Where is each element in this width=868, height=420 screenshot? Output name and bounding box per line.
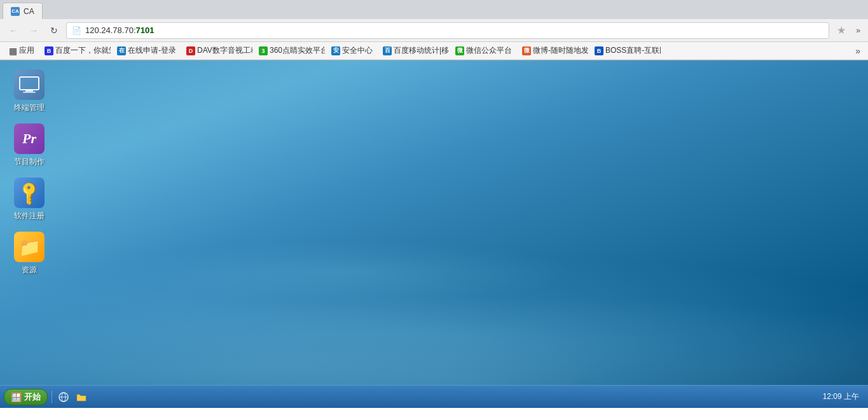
folder-taskbar-icon xyxy=(76,392,86,402)
taskbar-clock: 12:09 上午 xyxy=(823,391,864,402)
bookmark-apps[interactable]: ▦ 应用 xyxy=(5,44,38,57)
bookmark-weibo[interactable]: 微 微博-随时随地发现... xyxy=(518,44,588,57)
forward-button[interactable]: → xyxy=(25,22,42,39)
bookmark-wechat[interactable]: 微 微信公众平台 xyxy=(451,44,516,57)
wechat-label: 微信公众平台 xyxy=(466,45,512,56)
softkey-icon-item[interactable]: 🔑 软件注册 xyxy=(6,175,52,224)
browser-chrome: CA CA ← → ↻ 📄 120.24.78.70:7101 ★ » ▦ 应用… xyxy=(0,0,868,60)
bookmark-online[interactable]: 在 在线申请-登录 xyxy=(113,44,180,57)
folder-icon-image: 📁 xyxy=(14,232,45,262)
tab-label: CA xyxy=(24,7,34,16)
bookmark-boss[interactable]: B BOSS直聘-互联网... xyxy=(591,44,661,57)
dav-label: DAV数字音视工程... xyxy=(197,45,252,56)
start-icon: 🪟 xyxy=(11,392,22,402)
address-port: 7101 xyxy=(136,25,155,35)
pr-text: Pr xyxy=(22,130,36,147)
key-icon-shape: 🔑 xyxy=(15,179,44,207)
bookmark-dav[interactable]: D DAV数字音视工程... xyxy=(183,44,252,57)
tab-bar: CA CA xyxy=(0,0,868,19)
360-label: 360点睛实效平台 xyxy=(270,45,325,56)
folder-icon-shape: 📁 xyxy=(18,237,41,258)
tab-favicon: CA xyxy=(11,7,20,16)
terminal-icon-item[interactable]: 终端管理 xyxy=(6,67,52,116)
taskbar-quick-ie[interactable] xyxy=(56,389,71,405)
nav-bar: ← → ↻ 📄 120.24.78.70:7101 ★ » xyxy=(0,19,868,42)
taskbar-separator-1 xyxy=(52,391,52,403)
online-label: 在线申请-登录 xyxy=(128,45,176,56)
dav-favicon: D xyxy=(186,46,195,55)
taskbar: 🪟 开始 12:09 上午 xyxy=(0,385,868,408)
bookmark-mobile[interactable]: 百 百度移动统计|移动... xyxy=(379,44,449,57)
svg-rect-3 xyxy=(23,92,36,93)
weibo-label: 微博-随时随地发现... xyxy=(533,45,588,56)
back-button[interactable]: ← xyxy=(5,22,22,39)
weibo-favicon: 微 xyxy=(522,46,531,55)
apps-label: 应用 xyxy=(19,45,34,56)
desktop: 终端管理 Pr 节目制作 🔑 软件注册 📁 资源 xyxy=(0,60,868,385)
premiere-icon-label: 节目制作 xyxy=(14,157,45,167)
address-icon: 📄 xyxy=(72,26,81,35)
wechat-favicon: 微 xyxy=(455,46,464,55)
ie-icon xyxy=(58,391,69,403)
svg-rect-2 xyxy=(25,90,33,92)
baidu-label: 百度一下，你就知道 xyxy=(55,45,111,56)
start-label: 开始 xyxy=(24,391,41,403)
online-favicon: 在 xyxy=(117,46,126,55)
bookmark-360[interactable]: 3 360点睛实效平台 xyxy=(255,44,325,57)
resource-icon-item[interactable]: 📁 资源 xyxy=(6,229,52,278)
key-icon-image: 🔑 xyxy=(14,178,45,208)
premiere-icon-image: Pr xyxy=(14,123,45,154)
svg-rect-1 xyxy=(20,78,38,89)
softkey-icon-label: 软件注册 xyxy=(14,211,45,221)
bookmark-baidu[interactable]: B 百度一下，你就知道 xyxy=(41,44,111,57)
baidu-favicon: B xyxy=(45,46,53,55)
resource-icon-label: 资源 xyxy=(22,265,37,276)
desktop-icons: 终端管理 Pr 节目制作 🔑 软件注册 📁 资源 xyxy=(6,67,52,278)
safe-favicon: 安 xyxy=(331,46,340,55)
taskbar-quick-explorer[interactable] xyxy=(74,389,89,405)
bookmark-safe[interactable]: 安 安全中心 xyxy=(327,44,376,57)
boss-label: BOSS直聘-互联网... xyxy=(605,45,661,56)
bookmarks-bar: ▦ 应用 B 百度一下，你就知道 在 在线申请-登录 D DAV数字音视工程..… xyxy=(0,42,868,60)
address-host: 120.24.78.70 xyxy=(85,25,134,35)
active-tab[interactable]: CA CA xyxy=(3,3,43,19)
mobile-label: 百度移动统计|移动... xyxy=(394,45,449,56)
mobile-favicon: 百 xyxy=(383,46,392,55)
premiere-icon-item[interactable]: Pr 节目制作 xyxy=(6,121,52,170)
more-bookmarks-button[interactable]: » xyxy=(853,46,863,56)
reload-button[interactable]: ↻ xyxy=(46,22,62,39)
more-button[interactable]: » xyxy=(853,25,863,36)
apps-grid-icon: ▦ xyxy=(9,46,17,56)
address-bar[interactable]: 📄 120.24.78.70:7101 xyxy=(66,22,829,39)
monitor-svg xyxy=(19,76,39,93)
bookmark-star-button[interactable]: ★ xyxy=(833,22,850,39)
360-favicon: 3 xyxy=(259,46,268,55)
terminal-icon-label: 终端管理 xyxy=(14,102,45,113)
start-button[interactable]: 🪟 开始 xyxy=(4,389,48,405)
safe-label: 安全中心 xyxy=(342,45,373,56)
reload-icon: ↻ xyxy=(50,25,58,36)
boss-favicon: B xyxy=(595,46,603,55)
terminal-icon-image xyxy=(14,69,45,100)
